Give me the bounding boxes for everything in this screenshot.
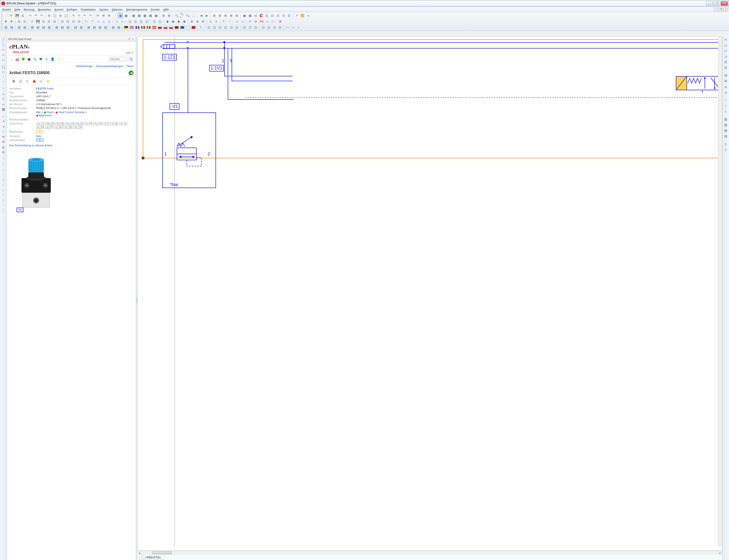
print-icon[interactable]: 🖨 — [20, 13, 25, 18]
node1-icon[interactable]: ◉ — [165, 19, 170, 24]
mdi-minimize[interactable]: – — [714, 8, 718, 11]
bus1-icon[interactable]: ≡ — [208, 19, 213, 24]
menu-projekt[interactable]: Projekt — [1, 8, 12, 11]
flag-kr-icon[interactable] — [185, 25, 191, 30]
zoomout-icon[interactable]: 🔍- — [185, 13, 191, 18]
grid2-icon[interactable]: ▦ — [123, 13, 129, 18]
sym2-icon[interactable]: ⊡ — [22, 19, 27, 24]
menu-einfuegen[interactable]: Einfügen — [65, 8, 79, 11]
snap2-icon[interactable]: ⊞ — [166, 13, 172, 18]
comp2-icon[interactable]: ▭ — [120, 19, 125, 24]
t3-icon[interactable]: ⊣ — [95, 19, 101, 24]
ext-icon[interactable]: ⎋ — [305, 13, 311, 18]
flag-pl-icon[interactable] — [163, 25, 168, 30]
toolbar-grip[interactable] — [1, 25, 2, 30]
gr5-icon[interactable]: ◫ — [228, 25, 234, 30]
flag-de-icon[interactable] — [123, 25, 129, 30]
doc-icon[interactable]: 📄 — [112, 13, 117, 18]
pointer-icon[interactable]: ↖ — [198, 25, 204, 30]
sym3-icon[interactable]: ⊡ — [41, 19, 46, 24]
zoomfit-icon[interactable]: ⛶ — [191, 13, 196, 18]
comp8-icon[interactable]: ◫ — [157, 19, 162, 24]
gr8-icon[interactable]: ◫ — [247, 25, 252, 30]
t1-icon[interactable]: ⊢ — [84, 19, 89, 24]
list11-icon[interactable]: ▤ — [65, 25, 71, 30]
comp4-icon[interactable]: ◫ — [133, 19, 138, 24]
flag-cz-icon[interactable] — [168, 25, 174, 30]
cut-icon[interactable]: ✂ — [28, 13, 33, 18]
node5-icon[interactable]: ⊕ — [189, 19, 194, 24]
maximize-button[interactable]: ❐ — [714, 1, 720, 6]
flag-it-icon[interactable] — [140, 25, 146, 30]
mdi-close[interactable]: × — [724, 8, 728, 11]
list7-icon[interactable]: ▤ — [41, 25, 46, 30]
toolbar-grip[interactable] — [1, 19, 2, 24]
rotate-icon[interactable]: ⟳ — [95, 13, 101, 18]
list10-icon[interactable]: ▤ — [60, 25, 65, 30]
minimize-button[interactable]: — — [706, 1, 713, 6]
t5-icon[interactable]: ┼ — [106, 19, 112, 24]
gr11-icon[interactable]: ◫ — [266, 25, 271, 30]
list14-icon[interactable]: ▤ — [86, 25, 91, 30]
paste2-icon[interactable]: 📋 — [63, 13, 69, 18]
gr4-icon[interactable]: ◫ — [223, 25, 228, 30]
comp5-icon[interactable]: ◫ — [138, 19, 144, 24]
redo2-icon[interactable]: ↷ — [88, 13, 93, 18]
flag-fr-icon[interactable] — [135, 25, 140, 30]
new-icon[interactable]: 📄 — [3, 13, 9, 18]
view9-icon[interactable]: ⊡ — [286, 13, 292, 18]
edit2-icon[interactable]: ✎ — [76, 13, 82, 18]
comp1-icon[interactable]: ▭ — [114, 19, 119, 24]
puzzle1-icon[interactable]: ✚ — [3, 19, 9, 24]
sym5-icon[interactable]: ⊡ — [52, 19, 57, 24]
comp3-icon[interactable]: ◫ — [127, 19, 132, 24]
gr13-icon[interactable]: ◫ — [277, 25, 282, 30]
menu-dienstprogramme[interactable]: Dienstprogramme — [125, 8, 149, 11]
gridC-icon[interactable]: ▦ — [142, 13, 147, 18]
flag-cn-icon[interactable] — [191, 25, 196, 30]
gridE-icon[interactable]: ▦ — [153, 13, 159, 18]
box1-icon[interactable]: ▭ — [264, 19, 270, 24]
node4-icon[interactable]: ◉ — [181, 19, 187, 24]
save-icon[interactable]: 💾 — [14, 13, 20, 18]
flag-es-icon[interactable] — [151, 25, 157, 30]
tool2-icon[interactable]: ⚙ — [106, 13, 112, 18]
gr7-icon[interactable]: ◫ — [242, 25, 247, 30]
gr2-icon[interactable]: ◫ — [212, 25, 217, 30]
view3-icon[interactable]: ◎ — [253, 13, 258, 18]
gr14-icon[interactable]: — — [285, 25, 290, 30]
view6-icon[interactable]: ⊡ — [270, 13, 275, 18]
table3-icon[interactable]: ⊞ — [223, 13, 228, 18]
menu-fenster[interactable]: Fenster — [149, 8, 161, 11]
flag-us-icon[interactable] — [129, 25, 134, 30]
txt-icon[interactable]: T — [221, 19, 226, 24]
bus2-icon[interactable]: ≡ — [213, 19, 219, 24]
table5-icon[interactable]: ⊞ — [234, 13, 239, 18]
gr9-icon[interactable]: ◫ — [253, 25, 258, 30]
copy2-icon[interactable]: ⧉ — [58, 13, 63, 18]
save2-icon[interactable]: 💾 — [35, 19, 40, 24]
menu-bearbeiten[interactable]: Bearbeiten — [37, 8, 52, 11]
list5-icon[interactable]: ▤ — [30, 25, 35, 30]
flag-se-icon[interactable] — [180, 25, 185, 30]
table4-icon[interactable]: ⊞ — [228, 13, 234, 18]
t4-icon[interactable]: ⊥ — [101, 19, 106, 24]
copy-icon[interactable]: ⧉ — [46, 13, 52, 18]
list4-icon[interactable]: ▤ — [22, 25, 27, 30]
menu-bauraum[interactable]: Bauraum — [22, 8, 36, 11]
list12-icon[interactable]: ▤ — [73, 25, 78, 30]
view1-icon[interactable]: ▦ — [242, 13, 247, 18]
list9-icon[interactable]: ▤ — [54, 25, 59, 30]
table1-icon[interactable]: ⊞ — [212, 13, 217, 18]
node7-icon[interactable]: ⊕ — [200, 19, 206, 24]
flag-pt-icon[interactable] — [174, 25, 179, 30]
gr1-icon[interactable]: ◫ — [206, 25, 211, 30]
table2-icon[interactable]: ⊞ — [217, 13, 222, 18]
cut2-icon[interactable]: ✂ — [247, 19, 253, 24]
menu-ansicht[interactable]: Ansicht — [53, 8, 65, 11]
menu-suchen[interactable]: Suchen — [98, 8, 110, 11]
sym1-icon[interactable]: ⊡ — [16, 19, 22, 24]
gridA-icon[interactable]: ▦ — [131, 13, 136, 18]
list16-icon[interactable]: ▤ — [97, 25, 102, 30]
zoomin-icon[interactable]: 🔍+ — [180, 13, 185, 18]
